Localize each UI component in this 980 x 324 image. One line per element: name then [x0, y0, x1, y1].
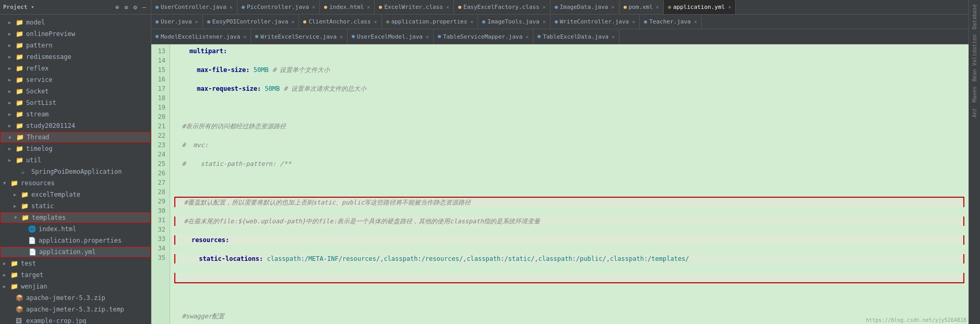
tab-close-icon[interactable]: ✕ — [694, 19, 697, 25]
tab-userexcelmodel[interactable]: UserExcelModel.java ✕ — [348, 29, 434, 44]
tab-close-icon[interactable]: ✕ — [195, 19, 198, 25]
folder-icon: 📁 — [10, 260, 19, 267]
tree-item-app-properties[interactable]: 📄 application.properties — [0, 235, 151, 246]
tab-label: EasyExcelFactory.class — [463, 4, 540, 10]
tab-close-icon[interactable]: ✕ — [470, 19, 473, 25]
tab-close-icon[interactable]: ✕ — [612, 34, 615, 40]
tree-label: application.yml — [39, 248, 95, 256]
sidebar-minimize-icon[interactable]: – — [141, 3, 148, 11]
tab-user[interactable]: User.java ✕ — [151, 15, 203, 29]
tree-item-app-yml[interactable]: 📄 application.yml — [0, 246, 151, 258]
tree-item-thread[interactable]: ▶ 📁 Thread — [0, 131, 151, 143]
tree-label: service — [26, 76, 53, 83]
tab-close-icon[interactable]: ✕ — [632, 19, 635, 25]
tab-writeexcelservice[interactable]: WriteExcelService.java ✕ — [251, 29, 348, 44]
tab-clientanchor[interactable]: ClientAnchor.class ✕ — [299, 15, 381, 29]
tree-label: templates — [32, 214, 66, 221]
folder-icon: 📁 — [16, 19, 24, 26]
tab-pom[interactable]: pom.xml ✕ — [619, 0, 664, 15]
tree-item-jmeter-zip[interactable]: 📦 apache-jmeter-5.3.zip — [0, 292, 151, 304]
tab-close-icon[interactable]: ✕ — [230, 4, 233, 10]
tree-item-reflex[interactable]: ▶ 📁 reflex — [0, 63, 151, 74]
sidebar-gear-icon[interactable]: ⚙ — [132, 3, 139, 11]
tab-close-icon[interactable]: ✕ — [374, 19, 377, 25]
tree-item-pattern[interactable]: ▶ 📁 pattern — [0, 40, 151, 51]
tab-index-html[interactable]: index.html ✕ — [320, 0, 375, 15]
tree-label: resources — [21, 179, 55, 187]
tree-item-model[interactable]: ▶ 📁 model — [0, 17, 151, 28]
folder-icon: 📁 — [10, 271, 19, 279]
arrow-icon: ▼ — [3, 181, 10, 186]
code-editor[interactable]: 13 14 15 16 17 18 19 20 21 22 23 24 25 2… — [151, 44, 969, 324]
sidebar-settings-icon[interactable]: ≡ — [123, 3, 129, 11]
tree-item-crop-jpg[interactable]: 🖼 example-crop.jpg — [0, 315, 151, 324]
code-content: multipart: max-file-size: 50MB # 设置单个文件大… — [170, 44, 969, 324]
tab-close-icon[interactable]: ✕ — [656, 4, 659, 10]
tree-item-util[interactable]: ▶ 📁 util — [0, 154, 151, 166]
tab-writecontroller[interactable]: WriteController.java ✕ — [551, 15, 640, 29]
tree-label: apache-jmeter-5.3.zip — [26, 294, 105, 302]
tab-close-icon[interactable]: ✕ — [543, 19, 546, 25]
tree-item-static[interactable]: ▶ 📁 static — [0, 200, 151, 212]
tree-item-target[interactable]: ▶ 📁 target — [0, 269, 151, 281]
tab-imagetools[interactable]: ImageTools.java ✕ — [478, 15, 550, 29]
tree-label: test — [21, 260, 36, 267]
ant-label[interactable]: Ant — [971, 106, 978, 119]
tab-close-icon[interactable]: ✕ — [426, 34, 429, 40]
tree-item-templates[interactable]: ▼ 📁 templates — [0, 212, 151, 223]
tab-piccontroller[interactable]: PicController.java ✕ — [237, 0, 320, 15]
tab-easyexcelfactory[interactable]: EasyExcelFactory.class ✕ — [454, 0, 551, 15]
tree-label: SortList — [26, 99, 56, 106]
tree-item-wenjian[interactable]: ▶ 📁 wenjian — [0, 281, 151, 292]
tree-item-timelog[interactable]: ▶ 📁 timelog — [0, 143, 151, 154]
tab-tableservicemapper[interactable]: TableServiceMapper.java ✕ — [434, 29, 533, 44]
tab-close-icon[interactable]: ✕ — [611, 4, 614, 10]
tab-close-icon[interactable]: ✕ — [340, 34, 343, 40]
sidebar-collapse-icon[interactable]: ⊕ — [114, 3, 121, 11]
tree-item-redismessage[interactable]: ▶ 📁 redismessage — [0, 51, 151, 63]
tree-item-springpoi[interactable]: ☕ SpringPoiDemoApplication — [0, 166, 151, 177]
tab-bar: UserController.java ✕ PicController.java… — [151, 0, 969, 44]
tab-excelwriter[interactable]: ExcelWriter.class ✕ — [375, 0, 454, 15]
temp-file-icon: 📦 — [16, 306, 24, 313]
tree-item-exceltemplate[interactable]: ▶ 📁 excelTemplate — [0, 189, 151, 200]
tab-close-icon[interactable]: ✕ — [446, 4, 449, 10]
tab-easypoicontroller[interactable]: EasyPOIController.java ✕ — [203, 15, 300, 29]
bean-validation-label[interactable]: Bean Validation — [971, 32, 978, 83]
tab-close-icon[interactable]: ✕ — [312, 4, 315, 10]
tree-item-index-html[interactable]: 🌐 index.html — [0, 223, 151, 235]
tab-close-icon[interactable]: ✕ — [543, 4, 546, 10]
maven-label[interactable]: Maven — [971, 85, 978, 104]
tree-item-resources[interactable]: ▼ 📁 resources — [0, 177, 151, 189]
tab-label: WriteExcelService.java — [260, 33, 337, 40]
tab-close-icon[interactable]: ✕ — [243, 34, 246, 40]
tab-usercontroller[interactable]: UserController.java ✕ — [151, 0, 237, 15]
database-label[interactable]: Database — [971, 2, 978, 31]
tab-tableexceldata[interactable]: TableExcelData.java ✕ — [533, 29, 619, 44]
tree-item-stream[interactable]: ▶ 📁 stream — [0, 109, 151, 120]
folder-icon: 📁 — [16, 88, 24, 95]
tree-item-service[interactable]: ▶ 📁 service — [0, 74, 151, 86]
tab-modelexcellistener[interactable]: ModelExcelListener.java ✕ — [151, 29, 251, 44]
tree-item-study[interactable]: ▶ 📁 study20201124 — [0, 120, 151, 131]
tree-label: excelTemplate — [31, 191, 80, 198]
tree-item-onlinepreview[interactable]: ▶ 📁 onlinePreview — [0, 28, 151, 40]
tree-item-jmeter-temp[interactable]: 📦 apache-jmeter-5.3.zip.temp — [0, 304, 151, 315]
arrow-icon: ▶ — [8, 100, 16, 105]
tab-close-icon[interactable]: ✕ — [367, 4, 370, 10]
tab-app-properties[interactable]: application.properties ✕ — [382, 15, 479, 29]
tab-close-icon[interactable]: ✕ — [728, 4, 731, 10]
tab-application-yml[interactable]: application.yml ✕ — [664, 0, 736, 15]
tab-label: UserController.java — [161, 4, 226, 10]
tree-item-sortlist[interactable]: ▶ 📁 SortList — [0, 97, 151, 109]
tab-close-icon[interactable]: ✕ — [525, 34, 529, 40]
tab-imagedata[interactable]: ImageData.java ✕ — [551, 0, 619, 15]
project-title: Project ▾ — [3, 4, 34, 10]
tree-label: index.html — [39, 225, 76, 233]
tab-close-icon[interactable]: ✕ — [291, 19, 294, 25]
tree-item-socket[interactable]: ▶ 📁 Socket — [0, 86, 151, 97]
tree-item-test[interactable]: ▶ 📁 test — [0, 258, 151, 269]
tab-dot-icon — [156, 35, 159, 38]
tab-teacher[interactable]: Teacher.java ✕ — [640, 15, 702, 29]
tab-label: ExcelWriter.class — [384, 4, 443, 10]
